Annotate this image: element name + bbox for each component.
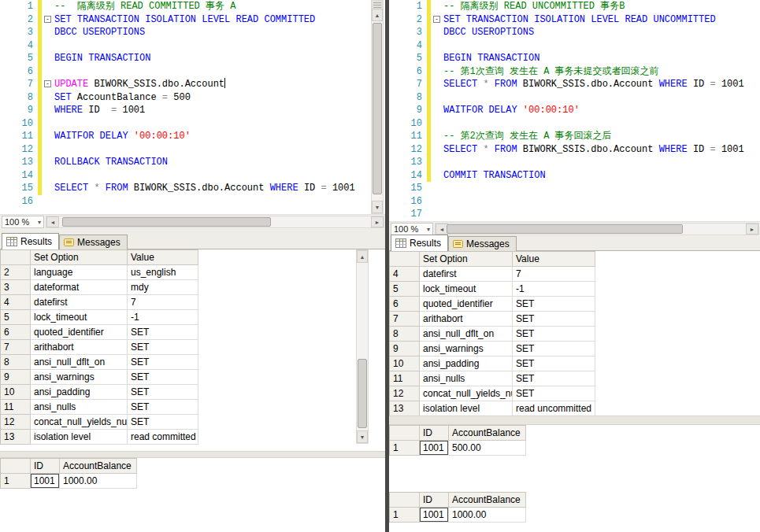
line-number[interactable]: 2 [0, 13, 38, 27]
grid-cell[interactable]: SET [128, 340, 198, 355]
line-number[interactable]: 2 [389, 13, 427, 27]
grid-cell[interactable]: SET [513, 386, 595, 401]
grid-corner-cell[interactable] [1, 459, 31, 474]
grid-cell[interactable]: ansi_padding [31, 385, 128, 400]
code-line[interactable]: 1-- 隔离级别 READ UNCOMMITTED 事务B [389, 0, 760, 13]
line-number[interactable]: 8 [0, 91, 38, 105]
fold-collapse-icon[interactable]: - [44, 16, 51, 23]
code-line[interactable]: 6-- 第1次查询 发生在 A 事务未提交或者回滚之前 [389, 65, 760, 79]
grid-cell[interactable]: SET [128, 385, 198, 400]
grid-cell[interactable]: us_english [128, 265, 198, 280]
grid-corner-cell[interactable] [390, 426, 420, 441]
row-header[interactable]: 5 [390, 282, 420, 297]
line-number[interactable]: 17 [389, 208, 427, 221]
zoom-control[interactable]: 100 % ▾ [391, 223, 433, 235]
column-header[interactable]: ID [420, 426, 449, 441]
line-number[interactable]: 1 [389, 0, 427, 13]
line-number[interactable]: 10 [389, 117, 427, 131]
row-header[interactable]: 8 [1, 355, 31, 370]
column-header[interactable]: Value [128, 250, 198, 265]
grid-cell[interactable]: concat_null_yields_null [420, 386, 513, 401]
grid-cell[interactable]: SET [513, 297, 595, 312]
code-line[interactable]: 14COMMIT TRANSACTION [389, 169, 760, 183]
code-line[interactable]: 5BEGIN TRANSACTION [0, 52, 385, 65]
scrollbar-thumb[interactable] [373, 23, 382, 194]
row-header[interactable]: 3 [1, 280, 31, 295]
code-line[interactable]: 12 [0, 143, 385, 157]
grid-cell[interactable]: 7 [513, 267, 595, 282]
code-line[interactable]: 4 [389, 39, 760, 53]
grid-cell[interactable]: SET [128, 400, 198, 415]
line-number[interactable]: 1 [0, 0, 38, 13]
code-line[interactable]: 17 [389, 208, 760, 221]
code-line[interactable]: 12SELECT * FROM BIWORK_SSIS.dbo.Account … [389, 143, 760, 157]
row-header[interactable]: 11 [1, 400, 31, 415]
editor-splitter-grip[interactable] [372, 1, 383, 9]
code-line[interactable]: 9WAITFOR DELAY '00:00:10' [389, 104, 760, 117]
grid-cell[interactable]: ansi_null_dflt_on [31, 355, 128, 370]
line-number[interactable]: 8 [389, 91, 427, 105]
grid-cell[interactable]: SET [513, 371, 595, 386]
line-number[interactable]: 4 [0, 39, 38, 53]
grid-cell[interactable]: arithabort [31, 340, 128, 355]
grid-cell[interactable]: SET [513, 342, 595, 357]
line-number[interactable]: 3 [389, 26, 427, 39]
grid-cell[interactable]: dateformat [31, 280, 128, 295]
code-line[interactable]: 7-UPDATE BIWORK_SSIS.dbo.Account [0, 78, 385, 91]
code-line[interactable]: 16 [389, 195, 760, 209]
right-tab-results[interactable]: Results [391, 235, 448, 251]
code-line[interactable]: 3DBCC USEROPTIONS [0, 26, 385, 39]
line-number[interactable]: 16 [0, 195, 38, 209]
grid-cell[interactable]: -1 [513, 282, 595, 297]
grid-cell[interactable]: read uncommitted [513, 401, 595, 416]
line-number[interactable]: 13 [0, 156, 38, 169]
scroll-down-icon[interactable]: ▼ [372, 201, 383, 213]
grid-cell[interactable]: 1000.00 [60, 474, 137, 489]
grid-cell[interactable]: language [31, 265, 128, 280]
grid-cell[interactable]: -1 [128, 310, 198, 325]
code-line[interactable]: 11WAITFOR DELAY '00:00:10' [0, 130, 385, 143]
code-line[interactable]: 13 [389, 156, 760, 169]
row-header[interactable]: 6 [1, 325, 31, 340]
column-header[interactable]: AccountBalance [449, 426, 526, 441]
line-number[interactable]: 15 [389, 182, 427, 195]
right-editor-horizontal-scrollbar[interactable]: ◄ ► [435, 223, 759, 235]
scroll-left-icon[interactable]: ◄ [46, 216, 59, 227]
code-line[interactable]: 1-- 隔离级别 READ COMMITTED 事务 A [0, 0, 385, 13]
left-editor-horizontal-scrollbar[interactable]: ◄ ► [46, 216, 384, 228]
code-line[interactable]: 16 [0, 195, 385, 209]
row-header[interactable]: 4 [1, 295, 31, 310]
grid-cell[interactable]: ansi_warnings [420, 342, 513, 357]
code-line[interactable]: 6 [0, 65, 385, 79]
line-number[interactable]: 12 [0, 143, 38, 157]
code-line[interactable]: 14 [0, 169, 385, 183]
column-header[interactable]: Set Option [420, 252, 513, 267]
grid-corner-cell[interactable] [390, 493, 420, 508]
row-header[interactable]: 6 [390, 297, 420, 312]
code-line[interactable]: 13ROLLBACK TRANSACTION [0, 156, 385, 169]
grid-cell[interactable]: lock_timeout [31, 310, 128, 325]
grid-cell[interactable]: 1001 [420, 508, 449, 523]
line-number[interactable]: 9 [389, 104, 427, 117]
grid-cell[interactable]: 1001 [420, 441, 449, 456]
grid-cell[interactable]: SET [513, 327, 595, 342]
grid-cell[interactable]: lock_timeout [420, 282, 513, 297]
row-header[interactable]: 13 [390, 401, 420, 416]
row-header[interactable]: 7 [1, 340, 31, 355]
grid-cell[interactable]: 1000.00 [449, 508, 526, 523]
scroll-up-icon[interactable]: ▲ [357, 250, 368, 263]
line-number[interactable]: 9 [0, 104, 38, 117]
grid-cell[interactable]: SET [128, 325, 198, 340]
grid-cell[interactable]: ansi_nulls [420, 371, 513, 386]
code-line[interactable]: 8 [389, 91, 760, 105]
row-header[interactable]: 1 [1, 474, 31, 489]
scroll-right-icon[interactable]: ► [371, 216, 384, 227]
column-header[interactable]: Value [513, 252, 595, 267]
line-number[interactable]: 4 [389, 39, 427, 53]
code-line[interactable]: 11-- 第2次查询 发生在 A 事务回滚之后 [389, 130, 760, 143]
grid-cell[interactable]: SET [128, 415, 198, 430]
scroll-up-icon[interactable]: ▲ [372, 9, 383, 21]
row-header[interactable]: 10 [1, 385, 31, 400]
grid-cell[interactable]: arithabort [420, 312, 513, 327]
row-header[interactable]: 12 [1, 415, 31, 430]
